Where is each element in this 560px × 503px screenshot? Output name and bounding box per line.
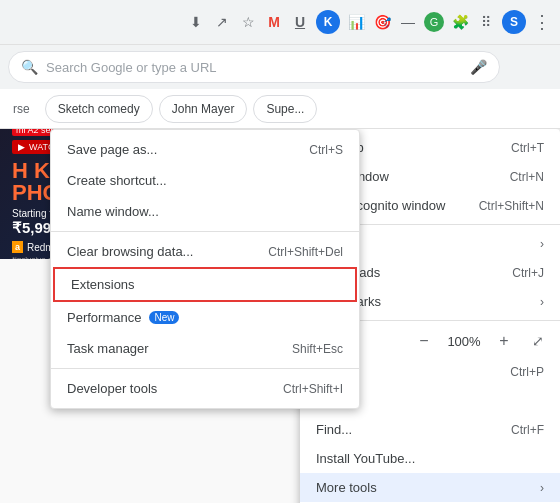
history-arrow: › (540, 237, 544, 251)
dash-icon[interactable]: — (398, 12, 418, 32)
sub-divider-1 (51, 231, 359, 232)
sub-divider-2 (51, 368, 359, 369)
zoom-plus-button[interactable]: + (492, 329, 516, 353)
star-icon[interactable]: ☆ (238, 12, 258, 32)
chip-rse[interactable]: rse (4, 95, 39, 123)
more-tools-item[interactable]: More tools › (300, 473, 560, 502)
gmail-icon[interactable]: M (264, 12, 284, 32)
grid-icon[interactable]: ⠿ (476, 12, 496, 32)
s-profile-icon[interactable]: S (502, 10, 526, 34)
search-icon: 🔍 (21, 59, 38, 75)
browser-toolbar: ⬇ ↗ ☆ M U K 📊 🎯 — G 🧩 ⠿ S ⋮ (0, 0, 560, 45)
toolbar-icons: ⬇ ↗ ☆ M U K 📊 🎯 — G 🧩 ⠿ S ⋮ (186, 10, 552, 34)
more-tools-arrow: › (540, 481, 544, 495)
extensions-item[interactable]: Extensions (53, 267, 357, 302)
share-icon[interactable]: ↗ (212, 12, 232, 32)
mic-icon[interactable]: 🎤 (470, 59, 487, 75)
name-window-item[interactable]: Name window... (51, 196, 359, 227)
developer-tools-item[interactable]: Developer tools Ctrl+Shift+I (51, 373, 359, 404)
performance-item[interactable]: Performance New (51, 302, 359, 333)
amazon-logo: a (12, 241, 23, 253)
u-icon[interactable]: U (290, 12, 310, 32)
chip-sketch-comedy[interactable]: Sketch comedy (45, 95, 153, 123)
more-tools-submenu: Save page as... Ctrl+S Create shortcut..… (50, 129, 360, 409)
zoom-controls: − 100% + ⤢ (412, 329, 544, 353)
find-item[interactable]: Find... Ctrl+F (300, 415, 560, 444)
create-shortcut-item[interactable]: Create shortcut... (51, 165, 359, 196)
g-circle-icon[interactable]: G (424, 12, 444, 32)
new-badge: New (149, 311, 179, 324)
k-profile-icon[interactable]: K (316, 10, 340, 34)
zoom-minus-button[interactable]: − (412, 329, 436, 353)
main-content: mi A2 series ▶ WATCH NOW H KA PHONE Star… (0, 129, 560, 503)
install-youtube-item[interactable]: Install YouTube... (300, 444, 560, 473)
game-icon[interactable]: 🎯 (372, 12, 392, 32)
zoom-fullscreen-button[interactable]: ⤢ (532, 333, 544, 349)
download-icon[interactable]: ⬇ (186, 12, 206, 32)
menu-icon[interactable]: ⋮ (532, 12, 552, 32)
chips-row: rse Sketch comedy John Mayer Supe... (0, 89, 560, 129)
address-bar-row: 🔍 Search Google or type a URL 🎤 (0, 45, 560, 89)
zoom-value: 100% (444, 334, 484, 349)
chart-icon[interactable]: 📊 (346, 12, 366, 32)
clear-browsing-data-item[interactable]: Clear browsing data... Ctrl+Shift+Del (51, 236, 359, 267)
puzzle-icon[interactable]: 🧩 (450, 12, 470, 32)
chip-supe[interactable]: Supe... (253, 95, 317, 123)
search-bar[interactable]: 🔍 Search Google or type a URL 🎤 (8, 51, 500, 83)
play-icon: ▶ (18, 142, 25, 152)
chip-john-mayer[interactable]: John Mayer (159, 95, 248, 123)
bookmarks-arrow: › (540, 295, 544, 309)
task-manager-item[interactable]: Task manager Shift+Esc (51, 333, 359, 364)
search-placeholder: Search Google or type a URL (46, 60, 217, 75)
save-page-as-item[interactable]: Save page as... Ctrl+S (51, 134, 359, 165)
